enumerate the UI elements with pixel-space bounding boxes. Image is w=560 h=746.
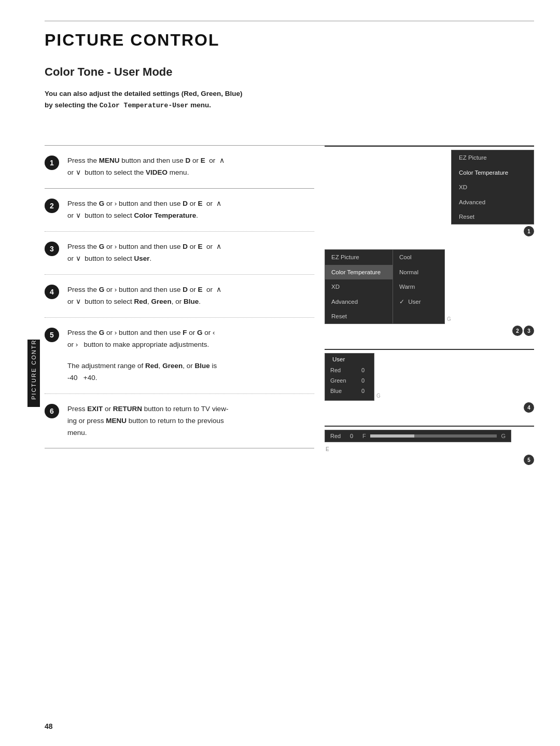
diag2-cool: Cool [393, 250, 444, 264]
diag2-xd: XD [325, 279, 393, 294]
diag2-advanced: Advanced [325, 294, 393, 309]
step-5: 5 Press the G or › button and then use F… [45, 318, 314, 360]
slider-blue-label: Blue [330, 388, 352, 394]
diag-3-green-row: Green 0 [325, 375, 374, 386]
mini-slider-label: Red [330, 433, 346, 439]
slider-red-value: 0 [356, 367, 365, 373]
step-5-note: The adjustment range of Red, Green, or B… [67, 360, 314, 393]
step-4-text: Press the G or › button and then use D o… [67, 284, 314, 308]
diag-2-right-col: Cool Normal Warm ✓ User [393, 250, 444, 323]
diagram-3: User Red 0 Green 0 [325, 349, 534, 414]
slider-blue-value: 0 [356, 388, 365, 394]
step-6-text: Press EXIT or RETURN button to return to… [67, 403, 314, 439]
diag-2-g-label: G [447, 316, 451, 322]
diagram-1: EZ Picture Color Temperature XD Advanced… [325, 146, 534, 238]
diag-3-header: User [325, 354, 374, 365]
diag-4-top-line [325, 426, 534, 427]
mini-slider-val: 0 [350, 433, 358, 439]
step-1-circle: 1 [45, 156, 59, 170]
step-1-text: Press the MENU button and then use D or … [67, 155, 314, 179]
diag2-color-temp: Color Temperature [325, 265, 393, 279]
diagram-4: Red 0 F G E 5 [325, 426, 534, 467]
section-description: You can also adjust the detailed setting… [45, 88, 534, 111]
step-2: 2 Press the G or › button and then use D… [45, 189, 314, 231]
step-1: 1 Press the MENU button and then use D o… [45, 146, 314, 188]
diag-3-red-row: Red 0 [325, 365, 374, 375]
diagrams-column: EZ Picture Color Temperature XD Advanced… [314, 146, 534, 478]
diag-3-blue-row: Blue 0 [325, 386, 374, 396]
diag-1-badge-row: 1 [325, 226, 534, 236]
diag-2-left-col: EZ Picture Color Temperature XD Advanced… [325, 250, 393, 323]
step-3-text: Press the G or › button and then use D o… [67, 241, 314, 265]
section-heading: Color Tone - User Mode [45, 65, 534, 79]
diag-3-g-label: G [376, 393, 381, 399]
diag-2-badge-2: 2 [512, 326, 523, 336]
mini-slider-f: F [362, 433, 366, 439]
top-divider [45, 21, 534, 21]
step-2-circle: 2 [45, 199, 59, 213]
step-6: 6 Press EXIT or RETURN button to return … [45, 394, 314, 448]
menu-color-temperature: Color Temperature [452, 165, 534, 180]
diag2-ez-picture: EZ Picture [325, 250, 393, 264]
diag-3-badge-row: 4 [325, 402, 534, 413]
step-5-circle: 5 [45, 328, 59, 342]
diag-3-top-line [325, 349, 534, 350]
diag-3-slider-menu: User Red 0 Green 0 [325, 353, 374, 401]
diag-3-badge: 4 [524, 402, 534, 413]
diag2-normal: Normal [393, 265, 444, 279]
diag-4-badge-row: 5 [325, 455, 534, 465]
steps-column: 1 Press the MENU button and then use D o… [45, 146, 314, 478]
mini-slider-g: G [501, 433, 506, 439]
step-3-circle: 3 [45, 242, 59, 256]
diag2-user: ✓ User [393, 294, 444, 309]
menu-xd: XD [452, 180, 534, 194]
slider-green-value: 0 [356, 377, 365, 384]
diag-4-mini-slider: Red 0 F G [325, 430, 511, 442]
step-6-circle: 6 [45, 404, 59, 418]
diag-1-menu: EZ Picture Color Temperature XD Advanced… [451, 150, 534, 224]
step-4-circle: 4 [45, 285, 59, 299]
diagram-2: EZ Picture Color Temperature XD Advanced… [325, 249, 534, 337]
page-title: PICTURE CONTROL [45, 31, 534, 50]
menu-advanced-1: Advanced [452, 195, 534, 209]
page-number: 48 [45, 722, 53, 730]
diag-2-badge-row: 2 3 [325, 326, 534, 336]
step-6-divider [45, 448, 314, 448]
diag-1-badge: 1 [524, 226, 534, 236]
mini-slider-bar [370, 434, 497, 438]
diag-4-badge: 5 [524, 455, 534, 465]
diag-4-e-label: E [326, 446, 329, 452]
diag-2-badge-3: 3 [524, 326, 534, 336]
step-4: 4 Press the G or › button and then use D… [45, 275, 314, 317]
menu-ez-picture: EZ Picture [452, 150, 534, 165]
step-5-text: Press the G or › button and then use F o… [67, 327, 314, 351]
steps-diagrams-container: 1 Press the MENU button and then use D o… [45, 146, 534, 478]
mini-slider-fill [370, 434, 415, 438]
diag2-warm: Warm [393, 279, 444, 294]
menu-reset-1: Reset [452, 209, 534, 224]
slider-green-label: Green [330, 377, 352, 384]
diag2-reset: Reset [325, 309, 393, 323]
diag-2-menu: EZ Picture Color Temperature XD Advanced… [325, 249, 445, 324]
check-icon: ✓ [399, 299, 404, 305]
step-3: 3 Press the G or › button and then use D… [45, 232, 314, 274]
slider-red-label: Red [330, 367, 352, 373]
step-2-text: Press the G or › button and then use D o… [67, 198, 314, 222]
diag-1-top-line [325, 146, 534, 147]
